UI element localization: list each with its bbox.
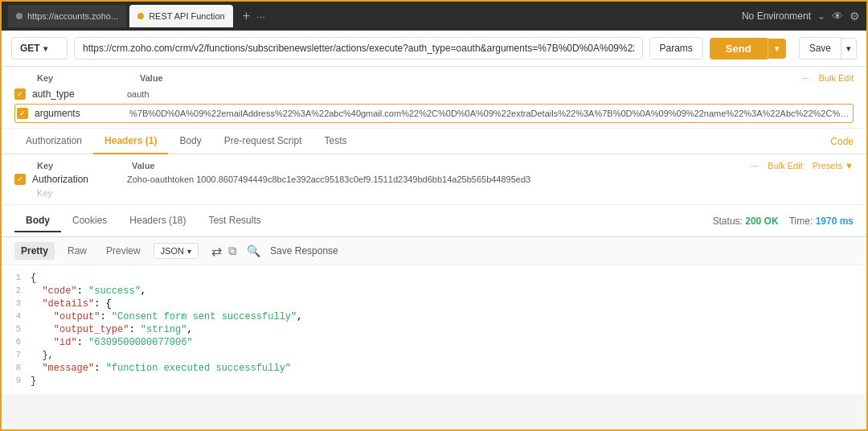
status-label: Status: (713, 216, 743, 227)
resp-tab-headers[interactable]: Headers (18) (118, 210, 197, 232)
params-value-header: Value (140, 73, 795, 83)
method-label: GET (20, 43, 40, 54)
auth-header-checkbox[interactable] (14, 174, 26, 185)
params-button[interactable]: Params (649, 37, 703, 60)
json-format-select[interactable]: JSON ▾ (154, 243, 199, 259)
empty-key: Key (37, 187, 52, 199)
time-value: 1970 ms (816, 216, 854, 227)
resp-tab-testresults[interactable]: Test Results (197, 210, 272, 232)
code-line-5: 5 "output_type": "string", (2, 323, 866, 336)
headers-key-header: Key (37, 161, 125, 170)
line-content-7: }, (31, 350, 866, 361)
param-checkbox-2[interactable] (17, 108, 28, 119)
format-raw[interactable]: Raw (61, 242, 93, 260)
tab-authorization[interactable]: Authorization (14, 129, 93, 154)
tab-dot-orange (137, 13, 144, 19)
code-line-2: 2 "code": "success", (2, 285, 866, 298)
headers-header-row: Key Value ··· Bulk Edit Presets ▼ (14, 161, 854, 170)
param-checkbox-1[interactable] (14, 88, 26, 100)
auth-header-key: Authorization (32, 174, 121, 185)
line-num-2: 2 (2, 285, 31, 295)
resp-tab-cookies[interactable]: Cookies (61, 210, 118, 232)
save-dropdown-button[interactable]: ▾ (841, 38, 857, 60)
status-value: 200 OK (745, 216, 778, 227)
line-num-9: 9 (2, 376, 31, 385)
eye-icon[interactable]: 👁 (832, 10, 843, 23)
environment-dropdown-icon[interactable]: ⌄ (817, 10, 825, 22)
param-row-2: arguments %7B%0D%0A%09%22emailAddress%22… (14, 104, 854, 123)
time-label: Time: (789, 216, 813, 227)
method-chevron: ▾ (43, 44, 47, 53)
line-num-6: 6 (2, 337, 31, 347)
save-button[interactable]: Save (799, 37, 841, 60)
param-key-2: arguments (35, 105, 123, 121)
environment-label: No Environment (742, 10, 811, 22)
settings-icon[interactable]: ⚙ (850, 10, 860, 23)
format-pretty[interactable]: Pretty (14, 242, 55, 260)
line-content-3: "details": { (31, 298, 866, 310)
params-key-header: Key (37, 73, 133, 83)
tab-body[interactable]: Body (168, 129, 212, 154)
code-area: 1 { 2 "code": "success", 3 "details": { … (2, 265, 866, 394)
bulk-edit-button[interactable]: Bulk Edit (819, 73, 854, 83)
params-more-icon[interactable]: ··· (801, 73, 809, 83)
response-tabs-bar: Body Cookies Headers (18) Test Results S… (2, 205, 866, 237)
code-line-7: 7 }, (2, 349, 866, 362)
param-value-2: %7B%0D%0A%09%22emailAddress%22%3A%22abc%… (129, 109, 851, 118)
line-num-3: 3 (2, 298, 31, 308)
format-preview[interactable]: Preview (100, 242, 147, 260)
url-bar: GET ▾ Params Send ▾ Save ▾ (2, 31, 866, 67)
add-tab-button[interactable]: + (243, 9, 250, 23)
params-actions: ··· Bulk Edit (801, 73, 854, 83)
line-num-5: 5 (2, 324, 31, 334)
method-select[interactable]: GET ▾ (11, 37, 68, 60)
environment-section: No Environment ⌄ 👁 ⚙ (742, 10, 860, 23)
tab-rest-api[interactable]: REST API Function (129, 5, 233, 27)
copy-icon[interactable]: ⧉ (228, 244, 237, 258)
line-content-6: "id": "6309500000077006" (31, 337, 866, 348)
headers-more-icon[interactable]: ··· (751, 161, 758, 170)
send-dropdown[interactable]: ▾ (768, 39, 786, 59)
header-row-empty: Key (14, 187, 854, 199)
json-label: JSON (161, 246, 184, 256)
resp-tab-body[interactable]: Body (14, 210, 61, 232)
param-value-1: oauth (127, 89, 854, 99)
code-line-9: 9 } (2, 375, 866, 388)
params-section: Key Value ··· Bulk Edit auth_type oauth … (2, 67, 866, 129)
tab-accounts[interactable]: https://accounts.zoho... (8, 5, 126, 27)
line-content-9: } (31, 376, 866, 387)
headers-value-header: Value (132, 161, 744, 170)
tab-actions: + ··· (243, 9, 265, 23)
line-num-1: 1 (2, 273, 31, 282)
code-line-3: 3 "details": { (2, 298, 866, 310)
send-group: Send ▾ (710, 38, 786, 60)
tab-headers[interactable]: Headers (1) (93, 129, 168, 154)
header-actions: ··· Bulk Edit Presets ▼ (751, 161, 854, 170)
headers-presets[interactable]: Presets ▼ (813, 161, 854, 170)
more-menu-button[interactable]: ··· (256, 10, 265, 23)
line-num-4: 4 (2, 311, 31, 321)
response-status: Status: 200 OK Time: 1970 ms (713, 216, 854, 227)
tab-tests[interactable]: Tests (313, 129, 358, 154)
code-link[interactable]: Code (830, 136, 854, 147)
auth-header-value: Zoho-oauthtoken 1000.8607494449c8bc1e392… (127, 174, 854, 184)
tab-bar: https://accounts.zoho... REST API Functi… (2, 2, 866, 31)
tab-accounts-label: https://accounts.zoho... (27, 11, 118, 21)
tab-prerequest[interactable]: Pre-request Script (213, 129, 313, 154)
code-line-6: 6 "id": "6309500000077006" (2, 336, 866, 349)
param-row-1: auth_type oauth (14, 86, 854, 102)
search-icon[interactable]: 🔍 (247, 244, 260, 257)
url-input[interactable] (74, 37, 643, 60)
params-header: Key Value ··· Bulk Edit (14, 73, 854, 83)
resp-toolbar-icons: ⧉ 🔍 Save Response (228, 244, 338, 258)
code-line-8: 8 "message": "function executed successf… (2, 362, 866, 375)
headers-bulk-edit[interactable]: Bulk Edit (768, 161, 802, 170)
save-group: Save ▾ (799, 37, 857, 60)
code-line-4: 4 "output": "Consent form sent successfu… (2, 310, 866, 323)
line-num-8: 8 (2, 363, 31, 372)
headers-section: Key Value ··· Bulk Edit Presets ▼ Author… (2, 154, 866, 205)
wrap-icon[interactable]: ⇄ (211, 244, 222, 259)
json-chevron: ▾ (187, 247, 191, 256)
save-response-button[interactable]: Save Response (270, 245, 338, 257)
send-button[interactable]: Send (710, 38, 768, 60)
